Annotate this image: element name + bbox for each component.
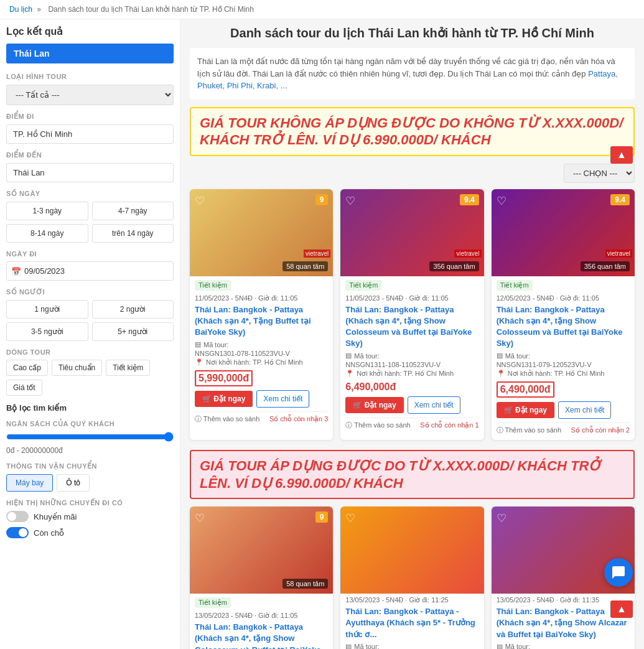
so-ngay-4-7[interactable]: 4-7 ngày <box>92 202 174 220</box>
filter-so-nguoi-label: SỐ NGƯỜI <box>6 288 174 296</box>
diem-di-input[interactable] <box>6 124 174 144</box>
calendar-icon: 📅 <box>11 266 21 276</box>
transport-o-to[interactable]: Ô tô <box>57 474 90 492</box>
sidebar: Lọc kết quả Thái Lan LOẠI HÌNH TOUR --- … <box>0 19 180 649</box>
tour-name-4[interactable]: Thái Lan: Bangkok - Pattaya (Khách sạn 4… <box>195 622 328 649</box>
tour-card-3: ♡ 9.4 356 quan tâm vietravel Tiết kiệm 1… <box>492 189 635 441</box>
main-content: Danh sách tour du lịch Thái Lan khởi hàn… <box>180 19 644 649</box>
tour-date-1: 11/05/2023 - 5N4Đ · Giờ đi: 11:05 <box>195 294 328 302</box>
tour-code-val-2: NNSGN1311-108-110523VU-V <box>345 361 478 368</box>
so-nguoi-1[interactable]: 1 người <box>6 300 88 319</box>
arrow-up-icon-upper: ▲ <box>617 149 627 161</box>
compare-row-2: ⓘ Thêm vào so sánh Số chỗ còn nhận 1 <box>345 418 478 430</box>
sidebar-thai-lan-tag[interactable]: Thái Lan <box>6 44 174 63</box>
toggle-khuyen-mai[interactable] <box>6 511 29 522</box>
action-row-1: 🛒 Đặt ngay Xem chi tiết <box>195 390 328 408</box>
scroll-top-upper[interactable]: ▲ <box>610 146 633 164</box>
loai-hinh-select[interactable]: --- Tất cả --- <box>6 85 174 105</box>
chat-fab-bottom[interactable] <box>604 558 633 587</box>
compare-link-3[interactable]: ⓘ Thêm vào so sánh <box>497 426 561 435</box>
tour-img-4: ♡ 9 58 quan tâm <box>190 507 333 594</box>
tour-code-val-1: NNSGN1301-078-110523VU-V <box>195 350 328 357</box>
dat-ngay-btn-2[interactable]: 🛒 Đặt ngay <box>345 397 403 413</box>
ngay-di-input[interactable] <box>6 261 174 281</box>
quan-tam-2: 356 quan tâm <box>429 261 478 271</box>
price-row-1: 5,990,000đ <box>195 370 328 386</box>
tour-body-5: 13/05/2023 - 5N4Đ · Giờ đi: 11:25 Thái L… <box>340 594 483 649</box>
xem-chi-tiet-btn-1[interactable]: Xem chi tiết <box>256 390 309 408</box>
so-nguoi-5plus[interactable]: 5+ người <box>92 322 174 341</box>
diem-den-input[interactable] <box>6 163 174 182</box>
toggle-khuyen-mai-row: Khuyến mãi <box>6 511 174 522</box>
so-ngay-1-3[interactable]: 1-3 ngày <box>6 202 88 220</box>
heart-icon-2[interactable]: ♡ <box>345 194 355 208</box>
quan-tam-1: 58 quan tâm <box>282 261 328 271</box>
breadcrumb-current: Danh sách tour du lịch Thái Lan khởi hàn… <box>48 5 254 14</box>
type-badge-4: Tiết kiệm <box>195 597 231 608</box>
slots-1[interactable]: Số chỗ còn nhận 3 <box>269 415 328 423</box>
so-nguoi-grid: 1 người 2 người 3-5 người 5+ người <box>6 300 174 341</box>
promo-box-1: GIÁ TOUR KHÔNG ÁP DỤNG ĐƯỢC DO KHÔNG TỪ … <box>190 107 635 156</box>
filter-diem-den: ĐIỂM ĐẾN <box>6 151 174 182</box>
tour-name-3[interactable]: Thái Lan: Bangkok - Pattaya (Khách sạn 4… <box>497 304 630 350</box>
tour-body-2: 11/05/2023 - 5N4Đ · Giờ đi: 11:05 Thái L… <box>340 292 483 436</box>
action-row-2: 🛒 Đặt ngay Xem chi tiết <box>345 396 478 414</box>
page-title: Danh sách tour du lịch Thái Lan khởi hàn… <box>190 26 635 40</box>
compare-link-1[interactable]: ⓘ Thêm vào so sánh <box>195 414 259 424</box>
dong-tour-tieu-chuan[interactable]: Tiêu chuẩn <box>52 360 102 376</box>
so-ngay-8-14[interactable]: 8-14 ngày <box>6 224 88 243</box>
arrow-up-icon-lower: ▲ <box>617 604 627 615</box>
bo-loc-title: Bộ lọc tìm kiếm <box>6 403 174 413</box>
tour-name-6[interactable]: Thái Lan: Bangkok - Pattaya (Khách sạn 4… <box>497 606 630 640</box>
xem-chi-tiet-btn-2[interactable]: Xem chi tiết <box>408 396 460 414</box>
price-main-2: 6,490,000đ <box>345 381 396 393</box>
tour-name-5[interactable]: Thái Lan: Bangkok - Pattaya - Ayutthaya … <box>345 606 478 640</box>
tour-date-4: 13/05/2023 - 5N4Đ · Giờ đi: 11:05 <box>195 612 328 620</box>
heart-icon-5[interactable]: ♡ <box>345 511 355 525</box>
price-range-slider[interactable] <box>6 432 174 442</box>
tour-date-3: 12/05/2023 - 5N4Đ · Giờ đi: 11:05 <box>497 294 630 302</box>
type-badge-2: Tiết kiệm <box>345 280 381 291</box>
ma-tour-1: Mã tour: <box>203 341 228 348</box>
tour-date-5: 13/05/2023 - 5N4Đ · Giờ đi: 11:25 <box>345 596 478 604</box>
sort-select[interactable]: --- CHỌN --- <box>564 164 635 183</box>
heart-icon-6[interactable]: ♡ <box>497 511 506 525</box>
tour-img-1: ♡ 9 58 quan tâm vietravel <box>190 189 333 276</box>
so-nguoi-3-5[interactable]: 3-5 người <box>6 322 88 341</box>
tour-code-2: ▤ Mã tour: <box>345 352 478 360</box>
slots-2[interactable]: Số chỗ còn nhận 1 <box>420 421 478 429</box>
tour-card-1: ♡ 9 58 quan tâm vietravel Tiết kiệm 11/0… <box>190 189 333 441</box>
slots-3[interactable]: Số chỗ còn nhận 2 <box>571 426 630 434</box>
dong-tour-cao-cap[interactable]: Cao cấp <box>6 360 48 376</box>
filter-hien-thi-label: HIỆN THỊ NHỮNG CHUYẾN ĐI CÓ <box>6 499 174 507</box>
xem-chi-tiet-btn-3[interactable]: Xem chi tiết <box>558 401 611 419</box>
compare-link-2[interactable]: ⓘ Thêm vào so sánh <box>345 421 410 430</box>
tour-card-4: ♡ 9 58 quan tâm Tiết kiệm 13/05/2023 - 5… <box>190 507 333 649</box>
so-ngay-tren-14[interactable]: trên 14 ngày <box>92 224 174 243</box>
toggle-con-cho[interactable] <box>6 527 29 538</box>
tour-code-6: ▤ Mã tour: <box>497 643 630 649</box>
filter-diem-den-label: ĐIỂM ĐẾN <box>6 151 174 159</box>
breadcrumb-home[interactable]: Du lịch <box>9 5 32 14</box>
tour-body-4: 13/05/2023 - 5N4Đ · Giờ đi: 11:05 Thái L… <box>190 609 333 649</box>
scroll-top-lower[interactable]: ▲ <box>610 600 633 618</box>
tour-grid-row1: ♡ 9 58 quan tâm vietravel Tiết kiệm 11/0… <box>190 189 635 441</box>
dat-ngay-btn-1[interactable]: 🛒 Đặt ngay <box>195 391 253 407</box>
promo-box-2: GIÁ TOUR ÁP DỤNG ĐƯỢC DO TỪ X.XXX.000D/ … <box>190 450 635 499</box>
transport-may-bay[interactable]: Máy bay <box>6 474 53 492</box>
tour-name-1[interactable]: Thái Lan: Bangkok - Pattaya (Khách sạn 4… <box>195 304 328 339</box>
tour-name-2[interactable]: Thái Lan: Bangkok - Pattaya (Khách sạn 4… <box>345 304 478 350</box>
heart-icon-4[interactable]: ♡ <box>195 511 205 525</box>
filter-diem-di-label: ĐIỂM ĐI <box>6 113 174 121</box>
dong-tour-tiet-kiem[interactable]: Tiết kiệm <box>106 360 150 376</box>
filter-dong-tour: DÒNG TOUR Cao cấp Tiêu chuẩn Tiết kiệm G… <box>6 348 174 396</box>
barcode-icon-1: ▤ <box>195 340 201 348</box>
heart-icon-3[interactable]: ♡ <box>497 194 506 208</box>
filter-ngay-di-label: NGÀY ĐI <box>6 250 174 258</box>
heart-icon-1[interactable]: ♡ <box>195 194 205 208</box>
dong-tour-gia-tot[interactable]: Giá tốt <box>6 380 42 396</box>
dat-ngay-btn-3[interactable]: 🛒 Đặt ngay <box>497 402 554 418</box>
so-nguoi-2[interactable]: 2 người <box>92 300 174 319</box>
promo-text-1: GIÁ TOUR KHÔNG ÁP DỤNG ĐƯỢC DO KHÔNG TỪ … <box>200 114 625 149</box>
barcode-icon-2: ▤ <box>345 352 352 360</box>
